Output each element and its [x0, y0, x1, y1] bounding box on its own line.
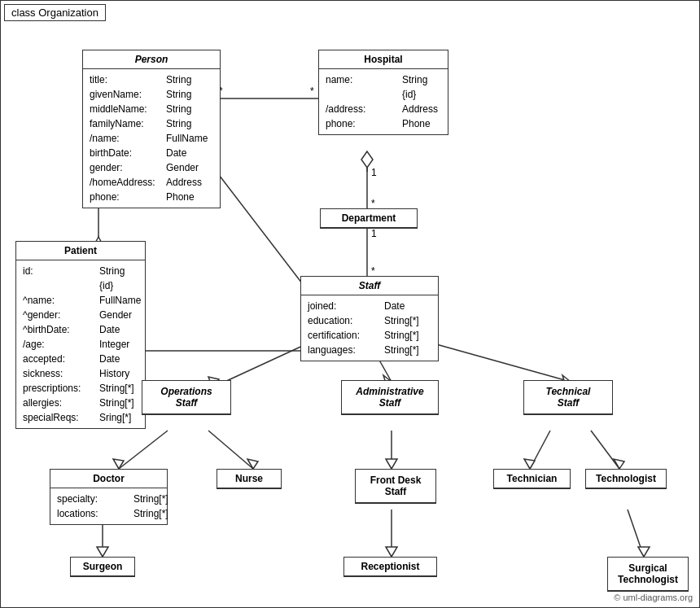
- technologist-class: Technologist: [585, 469, 667, 489]
- svg-marker-38: [638, 547, 650, 557]
- svg-marker-36: [386, 547, 397, 557]
- copyright: © uml-diagrams.org: [614, 593, 693, 602]
- administrative-staff-title: AdministrativeStaff: [342, 381, 438, 414]
- technical-staff-class: TechnicalStaff: [523, 380, 613, 415]
- svg-text:1: 1: [371, 228, 377, 239]
- svg-marker-34: [97, 547, 108, 557]
- operations-staff-class: OperationsStaff: [142, 380, 231, 415]
- technician-class: Technician: [493, 469, 571, 489]
- svg-line-15: [217, 172, 310, 294]
- diagram-container: class Organization * * 1 * 1 *: [0, 0, 700, 608]
- receptionist-title: Receptionist: [344, 558, 436, 576]
- svg-text:*: *: [310, 85, 314, 97]
- technologist-title: Technologist: [586, 470, 666, 488]
- svg-line-23: [119, 431, 168, 469]
- front-desk-staff-title: Front DeskStaff: [356, 470, 435, 503]
- nurse-title: Nurse: [217, 470, 281, 488]
- receptionist-class: Receptionist: [343, 557, 437, 577]
- hospital-class: Hospital name:String {id} /address:Addre…: [318, 50, 448, 135]
- svg-text:1: 1: [371, 167, 377, 178]
- surgeon-class: Surgeon: [70, 557, 135, 577]
- doctor-title: Doctor: [50, 470, 167, 488]
- patient-class: Patient id:String {id} ^name:FullName ^g…: [15, 241, 146, 429]
- person-class: Person title:String givenName:String mid…: [82, 50, 221, 208]
- surgical-technologist-title: SurgicalTechnologist: [608, 558, 688, 591]
- svg-line-29: [530, 431, 550, 469]
- svg-marker-28: [386, 459, 397, 469]
- patient-attrs: id:String {id} ^name:FullName ^gender:Ge…: [16, 260, 145, 428]
- surgeon-title: Surgeon: [71, 558, 134, 576]
- technical-staff-title: TechnicalStaff: [524, 381, 612, 414]
- person-title: Person: [83, 50, 220, 69]
- surgical-technologist-class: SurgicalTechnologist: [607, 557, 689, 592]
- svg-marker-4: [361, 151, 373, 168]
- diagram-title: class Organization: [4, 4, 106, 21]
- staff-attrs: joined:Date education:String[*] certific…: [301, 295, 438, 361]
- svg-marker-26: [247, 459, 258, 469]
- staff-title: Staff: [301, 277, 438, 295]
- svg-line-37: [628, 510, 644, 557]
- administrative-staff-class: AdministrativeStaff: [341, 380, 439, 415]
- technician-title: Technician: [494, 470, 570, 488]
- operations-staff-title: OperationsStaff: [142, 381, 230, 414]
- doctor-attrs: specialty:String[*] locations:String[*]: [50, 488, 167, 524]
- hospital-attrs: name:String {id} /address:Address phone:…: [319, 69, 448, 134]
- front-desk-staff-class: Front DeskStaff: [355, 469, 436, 504]
- department-class: Department: [320, 208, 418, 229]
- doctor-class: Doctor specialty:String[*] locations:Str…: [50, 469, 168, 525]
- nurse-class: Nurse: [217, 469, 282, 489]
- svg-marker-24: [113, 459, 124, 469]
- svg-line-21: [416, 339, 571, 382]
- svg-line-31: [591, 431, 619, 469]
- svg-line-25: [208, 431, 253, 469]
- hospital-title: Hospital: [319, 50, 448, 69]
- person-attrs: title:String givenName:String middleName…: [83, 69, 220, 208]
- department-title: Department: [321, 209, 417, 228]
- patient-title: Patient: [16, 242, 145, 260]
- svg-marker-30: [524, 459, 535, 469]
- staff-class: Staff joined:Date education:String[*] ce…: [300, 276, 439, 361]
- svg-marker-32: [614, 459, 624, 469]
- svg-text:*: *: [371, 198, 375, 209]
- svg-text:*: *: [371, 265, 375, 277]
